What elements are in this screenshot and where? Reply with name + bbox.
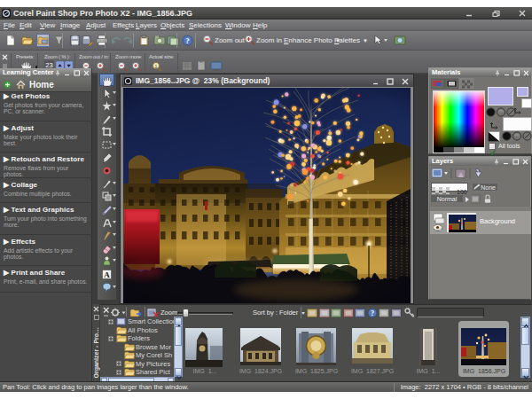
svg-text:?: ?	[185, 36, 190, 45]
svg-text:?: ?	[371, 309, 374, 317]
svg-text:A: A	[104, 270, 110, 279]
